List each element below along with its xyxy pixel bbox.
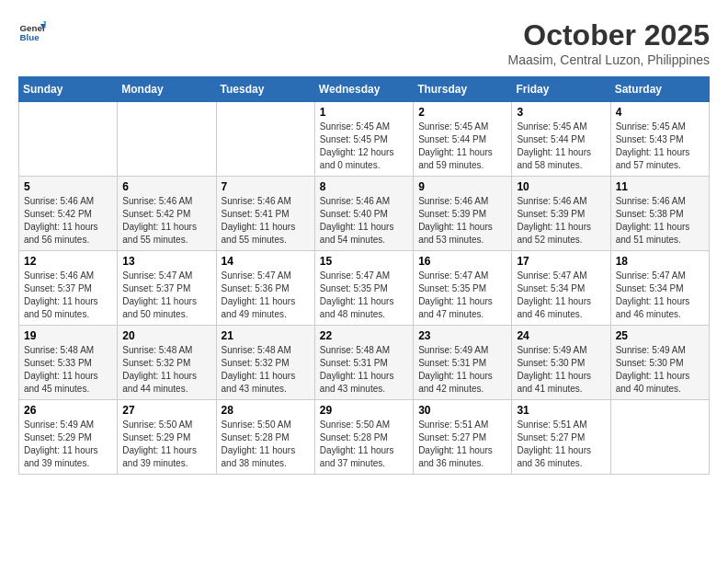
day-cell: 3Sunrise: 5:45 AM Sunset: 5:44 PM Daylig… <box>512 102 610 177</box>
day-cell <box>610 400 709 475</box>
day-number: 23 <box>418 329 506 342</box>
day-cell <box>118 102 216 177</box>
day-number: 29 <box>320 404 408 417</box>
day-number: 24 <box>517 329 605 342</box>
day-number: 31 <box>517 404 605 417</box>
day-number: 22 <box>320 329 408 342</box>
day-info: Sunrise: 5:47 AM Sunset: 5:35 PM Dayligh… <box>320 270 408 321</box>
day-cell: 9Sunrise: 5:46 AM Sunset: 5:39 PM Daylig… <box>414 177 512 251</box>
weekday-header-wednesday: Wednesday <box>314 77 413 102</box>
day-cell: 31Sunrise: 5:51 AM Sunset: 5:27 PM Dayli… <box>512 400 610 475</box>
day-cell: 16Sunrise: 5:47 AM Sunset: 5:35 PM Dayli… <box>414 251 512 326</box>
week-row-1: 1Sunrise: 5:45 AM Sunset: 5:45 PM Daylig… <box>19 102 710 177</box>
day-info: Sunrise: 5:45 AM Sunset: 5:44 PM Dayligh… <box>418 121 506 172</box>
day-number: 13 <box>122 255 210 268</box>
day-info: Sunrise: 5:46 AM Sunset: 5:37 PM Dayligh… <box>24 270 112 321</box>
weekday-header-row: SundayMondayTuesdayWednesdayThursdayFrid… <box>19 77 710 102</box>
day-info: Sunrise: 5:47 AM Sunset: 5:34 PM Dayligh… <box>616 270 704 321</box>
day-cell: 22Sunrise: 5:48 AM Sunset: 5:31 PM Dayli… <box>314 326 413 400</box>
day-cell: 27Sunrise: 5:50 AM Sunset: 5:29 PM Dayli… <box>118 400 216 475</box>
day-info: Sunrise: 5:45 AM Sunset: 5:43 PM Dayligh… <box>616 121 704 172</box>
day-cell: 8Sunrise: 5:46 AM Sunset: 5:40 PM Daylig… <box>314 177 413 251</box>
day-cell <box>216 102 314 177</box>
day-info: Sunrise: 5:51 AM Sunset: 5:27 PM Dayligh… <box>517 419 605 470</box>
day-number: 10 <box>517 180 605 193</box>
day-info: Sunrise: 5:47 AM Sunset: 5:34 PM Dayligh… <box>517 270 605 321</box>
day-cell: 24Sunrise: 5:49 AM Sunset: 5:30 PM Dayli… <box>512 326 610 400</box>
day-info: Sunrise: 5:50 AM Sunset: 5:28 PM Dayligh… <box>320 419 408 470</box>
day-info: Sunrise: 5:48 AM Sunset: 5:33 PM Dayligh… <box>24 344 112 396</box>
day-cell: 30Sunrise: 5:51 AM Sunset: 5:27 PM Dayli… <box>414 400 512 475</box>
day-number: 25 <box>616 329 704 342</box>
day-number: 28 <box>222 404 310 417</box>
day-info: Sunrise: 5:49 AM Sunset: 5:30 PM Dayligh… <box>517 344 605 396</box>
day-cell: 23Sunrise: 5:49 AM Sunset: 5:31 PM Dayli… <box>414 326 512 400</box>
day-cell: 13Sunrise: 5:47 AM Sunset: 5:37 PM Dayli… <box>118 251 216 326</box>
day-number: 30 <box>418 404 506 417</box>
day-cell: 29Sunrise: 5:50 AM Sunset: 5:28 PM Dayli… <box>314 400 413 475</box>
svg-text:Blue: Blue <box>20 32 40 42</box>
day-cell: 18Sunrise: 5:47 AM Sunset: 5:34 PM Dayli… <box>610 251 709 326</box>
day-cell: 20Sunrise: 5:48 AM Sunset: 5:32 PM Dayli… <box>118 326 216 400</box>
day-info: Sunrise: 5:47 AM Sunset: 5:36 PM Dayligh… <box>222 270 310 321</box>
day-cell: 25Sunrise: 5:49 AM Sunset: 5:30 PM Dayli… <box>610 326 709 400</box>
day-cell: 19Sunrise: 5:48 AM Sunset: 5:33 PM Dayli… <box>19 326 118 400</box>
weekday-header-friday: Friday <box>512 77 610 102</box>
day-info: Sunrise: 5:48 AM Sunset: 5:32 PM Dayligh… <box>122 344 210 396</box>
day-info: Sunrise: 5:50 AM Sunset: 5:29 PM Dayligh… <box>122 419 210 470</box>
day-cell: 2Sunrise: 5:45 AM Sunset: 5:44 PM Daylig… <box>414 102 512 177</box>
day-number: 7 <box>222 180 310 193</box>
weekday-header-sunday: Sunday <box>19 77 118 102</box>
day-number: 1 <box>320 106 408 119</box>
day-number: 21 <box>222 329 310 342</box>
day-cell: 17Sunrise: 5:47 AM Sunset: 5:34 PM Dayli… <box>512 251 610 326</box>
day-info: Sunrise: 5:46 AM Sunset: 5:39 PM Dayligh… <box>418 195 506 247</box>
day-cell: 12Sunrise: 5:46 AM Sunset: 5:37 PM Dayli… <box>19 251 118 326</box>
day-number: 19 <box>24 329 112 342</box>
day-info: Sunrise: 5:51 AM Sunset: 5:27 PM Dayligh… <box>418 419 506 470</box>
day-cell: 5Sunrise: 5:46 AM Sunset: 5:42 PM Daylig… <box>19 177 118 251</box>
day-info: Sunrise: 5:45 AM Sunset: 5:45 PM Dayligh… <box>320 121 408 172</box>
day-info: Sunrise: 5:49 AM Sunset: 5:31 PM Dayligh… <box>418 344 506 396</box>
day-cell: 11Sunrise: 5:46 AM Sunset: 5:38 PM Dayli… <box>610 177 709 251</box>
day-number: 16 <box>418 255 506 268</box>
day-number: 17 <box>517 255 605 268</box>
week-row-5: 26Sunrise: 5:49 AM Sunset: 5:29 PM Dayli… <box>19 400 710 475</box>
day-info: Sunrise: 5:48 AM Sunset: 5:31 PM Dayligh… <box>320 344 408 396</box>
day-number: 26 <box>24 404 112 417</box>
day-cell: 6Sunrise: 5:46 AM Sunset: 5:42 PM Daylig… <box>118 177 216 251</box>
day-cell <box>19 102 118 177</box>
title-block: October 2025 Maasim, Central Luzon, Phil… <box>508 18 710 67</box>
day-info: Sunrise: 5:46 AM Sunset: 5:38 PM Dayligh… <box>616 195 704 247</box>
weekday-header-saturday: Saturday <box>610 77 709 102</box>
day-info: Sunrise: 5:47 AM Sunset: 5:35 PM Dayligh… <box>418 270 506 321</box>
day-info: Sunrise: 5:48 AM Sunset: 5:32 PM Dayligh… <box>222 344 310 396</box>
day-number: 3 <box>517 106 605 119</box>
day-number: 20 <box>122 329 210 342</box>
day-number: 2 <box>418 106 506 119</box>
day-cell: 10Sunrise: 5:46 AM Sunset: 5:39 PM Dayli… <box>512 177 610 251</box>
weekday-header-thursday: Thursday <box>414 77 512 102</box>
week-row-4: 19Sunrise: 5:48 AM Sunset: 5:33 PM Dayli… <box>19 326 710 400</box>
day-info: Sunrise: 5:46 AM Sunset: 5:40 PM Dayligh… <box>320 195 408 247</box>
logo-icon: General Blue <box>18 18 46 46</box>
day-info: Sunrise: 5:46 AM Sunset: 5:42 PM Dayligh… <box>24 195 112 247</box>
logo: General Blue <box>18 18 46 46</box>
day-info: Sunrise: 5:45 AM Sunset: 5:44 PM Dayligh… <box>517 121 605 172</box>
day-cell: 26Sunrise: 5:49 AM Sunset: 5:29 PM Dayli… <box>19 400 118 475</box>
day-number: 11 <box>616 180 704 193</box>
day-cell: 14Sunrise: 5:47 AM Sunset: 5:36 PM Dayli… <box>216 251 314 326</box>
day-number: 18 <box>616 255 704 268</box>
day-number: 14 <box>222 255 310 268</box>
day-number: 5 <box>24 180 112 193</box>
calendar-title: October 2025 <box>508 18 710 52</box>
day-info: Sunrise: 5:47 AM Sunset: 5:37 PM Dayligh… <box>122 270 210 321</box>
day-number: 12 <box>24 255 112 268</box>
day-cell: 28Sunrise: 5:50 AM Sunset: 5:28 PM Dayli… <box>216 400 314 475</box>
calendar-table: SundayMondayTuesdayWednesdayThursdayFrid… <box>18 76 710 475</box>
day-cell: 1Sunrise: 5:45 AM Sunset: 5:45 PM Daylig… <box>314 102 413 177</box>
day-cell: 4Sunrise: 5:45 AM Sunset: 5:43 PM Daylig… <box>610 102 709 177</box>
day-info: Sunrise: 5:49 AM Sunset: 5:29 PM Dayligh… <box>24 419 112 470</box>
day-number: 9 <box>418 180 506 193</box>
weekday-header-tuesday: Tuesday <box>216 77 314 102</box>
